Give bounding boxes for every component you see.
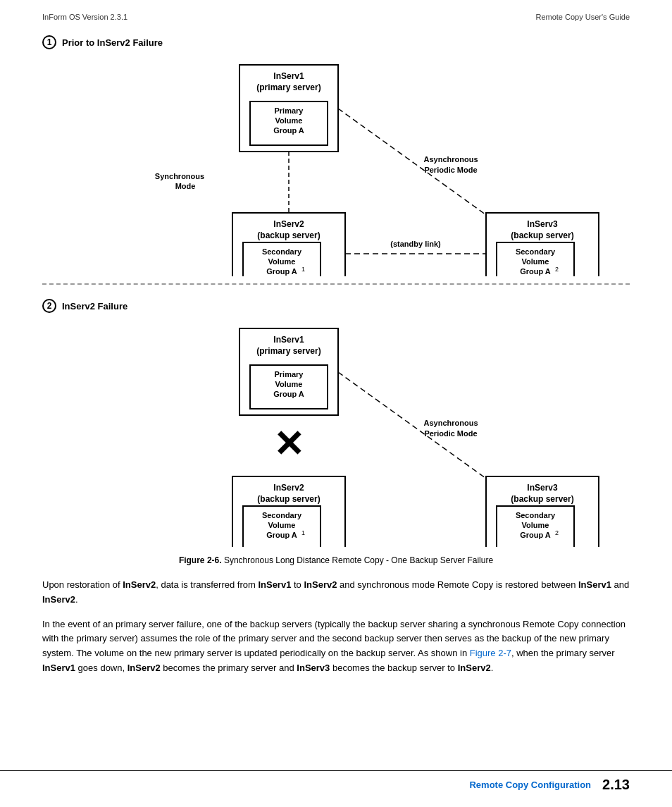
svg-text:InServ1: InServ1 xyxy=(273,335,304,345)
header-right: Remote Copy User's Guide xyxy=(535,13,630,21)
figure-2-7-link[interactable]: Figure 2-7 xyxy=(470,648,511,658)
svg-text:(primary server): (primary server) xyxy=(256,346,321,356)
svg-text:Mode: Mode xyxy=(175,182,196,190)
svg-text:Primary: Primary xyxy=(275,106,304,115)
svg-text:(primary server): (primary server) xyxy=(256,82,321,92)
svg-text:Secondary: Secondary xyxy=(262,511,302,519)
svg-text:Volume: Volume xyxy=(275,116,303,125)
svg-text:1: 1 xyxy=(301,266,305,273)
svg-text:InServ1: InServ1 xyxy=(273,71,304,81)
svg-text:Group A: Group A xyxy=(520,531,551,539)
svg-text:Volume: Volume xyxy=(275,380,303,388)
svg-text:Asynchronous: Asynchronous xyxy=(423,419,478,427)
body-paragraph-2: In the event of an primary server failur… xyxy=(42,617,630,676)
svg-line-63 xyxy=(338,372,493,483)
section-divider xyxy=(42,283,630,285)
svg-text:Volume: Volume xyxy=(522,257,549,266)
page-header: InForm OS Version 2.3.1 Remote Copy User… xyxy=(0,0,672,21)
svg-text:(backup server): (backup server) xyxy=(511,230,573,240)
svg-text:Group A: Group A xyxy=(273,390,304,398)
svg-text:Group A: Group A xyxy=(273,126,304,135)
svg-text:1: 1 xyxy=(301,529,305,536)
svg-text:(backup server): (backup server) xyxy=(257,494,320,504)
svg-text:Group A: Group A xyxy=(266,267,297,276)
svg-text:Synchronous: Synchronous xyxy=(155,172,204,180)
footer-page: 2.13 xyxy=(602,777,630,793)
diagram1-title: Prior to InServ2 Failure xyxy=(62,37,163,48)
svg-text:Group A: Group A xyxy=(520,267,551,276)
svg-text:Group A: Group A xyxy=(266,531,297,539)
main-content: 1 Prior to InServ2 Failure InServ1 (prim… xyxy=(0,21,672,714)
svg-text:Asynchronous: Asynchronous xyxy=(423,155,478,164)
svg-text:Secondary: Secondary xyxy=(516,247,556,256)
diagram1-section: 1 Prior to InServ2 Failure InServ1 (prim… xyxy=(42,35,630,276)
svg-text:Volume: Volume xyxy=(268,521,296,529)
svg-text:2: 2 xyxy=(555,529,559,536)
footer-label: Remote Copy Configuration xyxy=(469,780,591,790)
diagram2-svg: InServ1 (primary server) Primary Volume … xyxy=(42,321,627,547)
header-left: InForm OS Version 2.3.1 xyxy=(42,13,127,21)
figure-caption-strong: Figure 2-6. xyxy=(179,555,222,565)
figure-caption: Figure 2-6. Synchronous Long Distance Re… xyxy=(42,555,630,565)
page-footer: Remote Copy Configuration 2.13 xyxy=(0,770,672,793)
diagram2-num: 2 xyxy=(42,299,56,313)
diagram1-num: 1 xyxy=(42,35,56,49)
svg-text:Periodic Mode: Periodic Mode xyxy=(424,166,477,174)
svg-text:InServ2: InServ2 xyxy=(273,483,304,493)
svg-line-35 xyxy=(338,109,493,220)
svg-text:(backup server): (backup server) xyxy=(257,230,320,240)
diagram2-section: 2 InServ2 Failure InServ1 (primary serve… xyxy=(42,299,630,547)
svg-text:Secondary: Secondary xyxy=(262,247,302,256)
diagram1-svg: InServ1 (primary server) Primary Volume … xyxy=(42,58,627,276)
diagram1-label: 1 Prior to InServ2 Failure xyxy=(42,35,630,49)
svg-text:✕: ✕ xyxy=(273,424,304,464)
svg-text:Primary: Primary xyxy=(275,370,304,378)
svg-text:InServ3: InServ3 xyxy=(527,219,558,229)
svg-text:InServ3: InServ3 xyxy=(527,483,558,493)
svg-text:(standby link): (standby link) xyxy=(390,240,441,248)
svg-text:2: 2 xyxy=(555,266,559,273)
svg-text:(backup server): (backup server) xyxy=(511,494,573,504)
diagram2-title: InServ2 Failure xyxy=(62,301,127,312)
figure-caption-text: Synchronous Long Distance Remote Copy - … xyxy=(224,555,493,565)
svg-text:Volume: Volume xyxy=(522,521,549,529)
body-paragraph-1: Upon restoration of InServ2, data is tra… xyxy=(42,578,630,608)
svg-text:Secondary: Secondary xyxy=(516,511,556,519)
svg-text:Periodic Mode: Periodic Mode xyxy=(424,429,477,438)
svg-text:InServ2: InServ2 xyxy=(273,219,304,229)
svg-text:Volume: Volume xyxy=(268,257,296,266)
diagram2-label: 2 InServ2 Failure xyxy=(42,299,630,313)
